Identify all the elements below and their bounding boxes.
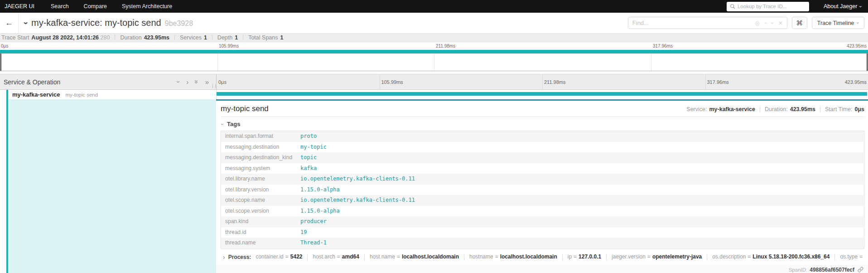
app-brand[interactable]: JAEGER UI bbox=[5, 3, 34, 10]
tag-row: messaging.destinationmy-topic bbox=[221, 142, 864, 153]
divider bbox=[212, 35, 212, 40]
divider bbox=[243, 35, 243, 40]
equals-sign: = bbox=[574, 253, 577, 260]
timeline-tick-label: 423.95ms bbox=[845, 79, 867, 85]
trace-start-label: Trace Start bbox=[1, 34, 29, 41]
keyboard-shortcuts-button[interactable]: ⌘ bbox=[792, 17, 807, 29]
find-box[interactable]: ◎ › › ✕ bbox=[628, 17, 787, 29]
scrubber-left-handle[interactable] bbox=[0, 54, 1, 71]
divider bbox=[562, 254, 563, 260]
process-tag-value: 5422 bbox=[290, 253, 303, 260]
tag-value: my-topic bbox=[296, 142, 864, 153]
trace-start-value: August 28 2022, 14:01:26 bbox=[31, 34, 99, 41]
previous-match-icon[interactable]: › bbox=[763, 22, 768, 24]
column-resize-grip[interactable] bbox=[212, 84, 216, 88]
gridline bbox=[434, 54, 434, 71]
double-chevron-down-icon[interactable]: » bbox=[193, 80, 200, 83]
tag-value: proto bbox=[296, 131, 864, 142]
span-name-cell[interactable]: my-kafka-service my-topic send bbox=[0, 90, 216, 99]
divider bbox=[115, 35, 115, 40]
about-jaeger-menu[interactable]: About Jaeger › bbox=[824, 3, 862, 10]
span-duration-bar[interactable] bbox=[217, 92, 867, 96]
duration-value: 423.95ms bbox=[790, 106, 815, 112]
selected-span-left-column bbox=[0, 99, 216, 273]
trace-view-dropdown[interactable]: Trace Timeline › bbox=[812, 17, 864, 29]
tag-key: otel.library.name bbox=[221, 174, 297, 185]
timeline-header-row: Service & Operation › › » » 0μs105.99ms2… bbox=[0, 74, 868, 90]
divider bbox=[820, 107, 820, 112]
find-input[interactable] bbox=[632, 20, 755, 26]
tag-value: 19 bbox=[296, 227, 864, 238]
equals-sign: = bbox=[647, 253, 651, 260]
start-time-value: 0μs bbox=[854, 106, 864, 112]
total-spans-label: Total Spans bbox=[248, 34, 278, 41]
divider bbox=[174, 35, 175, 40]
process-tag-key: jaeger.version bbox=[612, 253, 646, 260]
back-button[interactable]: ← bbox=[0, 13, 19, 33]
trace-start-millis: .280 bbox=[99, 34, 110, 41]
timeline-tick-label: 317.96ms bbox=[653, 44, 673, 49]
find-icons: ◎ › › ✕ bbox=[755, 20, 783, 26]
trace-minimap: 0μs105.99ms211.98ms317.96ms423.95ms bbox=[0, 42, 868, 74]
nav-right: About Jaeger › bbox=[727, 2, 862, 11]
span-detail-header: my-topic send Service: my-kafka-service … bbox=[221, 104, 864, 113]
double-chevron-right-icon[interactable]: » bbox=[205, 78, 209, 85]
timeline-tick-label: 105.99ms bbox=[219, 44, 239, 49]
equals-sign: = bbox=[859, 253, 863, 260]
span-service-name: my-kafka-service bbox=[12, 91, 60, 98]
tag-key: thread.id bbox=[221, 227, 297, 238]
process-section-toggle[interactable]: › Process: container.id=5422host.arch=am… bbox=[221, 253, 864, 261]
tag-value: 1.15.0-alpha bbox=[296, 206, 864, 217]
tag-row: messaging.destination_kindtopic bbox=[221, 152, 864, 163]
start-time-label: Start Time: bbox=[825, 106, 852, 112]
tags-table: internal.span.formatprotomessaging.desti… bbox=[221, 131, 864, 249]
tag-key: thread.name bbox=[221, 238, 297, 249]
span-row[interactable]: my-kafka-service my-topic send bbox=[0, 90, 868, 99]
trace-title[interactable]: my-kafka-service: my-topic send9be3928 bbox=[31, 18, 193, 28]
clear-find-icon[interactable]: ✕ bbox=[778, 20, 783, 26]
tag-value: producer bbox=[296, 216, 864, 227]
span-operation-name: my-topic send bbox=[66, 92, 98, 98]
scrubber-right-handle[interactable] bbox=[867, 54, 868, 71]
minimap-viewport-scrubber[interactable] bbox=[0, 53, 868, 71]
process-tag-value: Linux 5.18.18-200.fc36.x86_64 bbox=[752, 253, 829, 260]
process-label: Process: bbox=[228, 254, 251, 260]
about-jaeger-label: About Jaeger bbox=[824, 3, 857, 10]
nav-item-search[interactable]: Search bbox=[51, 3, 69, 10]
process-tag-key: container.id bbox=[256, 253, 283, 260]
search-icon bbox=[730, 4, 735, 9]
process-tag-key: ip bbox=[568, 253, 572, 260]
deep-link-icon[interactable] bbox=[858, 267, 863, 273]
span-detail-panel: my-topic send Service: my-kafka-service … bbox=[216, 99, 868, 273]
next-match-icon[interactable]: › bbox=[770, 22, 775, 24]
chevron-down-icon[interactable]: › bbox=[175, 81, 182, 83]
equals-sign: = bbox=[397, 253, 400, 260]
trace-id-input[interactable] bbox=[738, 4, 806, 9]
gridline bbox=[651, 54, 651, 71]
chevron-right-icon: › bbox=[223, 253, 225, 261]
span-id-label: SpanID: bbox=[789, 267, 808, 273]
chevron-down-icon: › bbox=[858, 5, 863, 7]
timeline-tick-label: 0μs bbox=[218, 79, 227, 85]
equals-sign: = bbox=[495, 253, 498, 260]
trace-id-short: 9be3928 bbox=[165, 20, 193, 27]
tag-key: messaging.destination_kind bbox=[221, 152, 297, 163]
tag-key: messaging.system bbox=[221, 163, 297, 174]
equals-sign: = bbox=[285, 253, 289, 260]
timeline-tick-label: 211.98ms bbox=[436, 44, 455, 49]
tag-row: otel.library.nameio.opentelemetry.kafka-… bbox=[221, 174, 864, 185]
expand-collapse-controls: › › » » bbox=[178, 78, 216, 85]
gridline bbox=[705, 74, 706, 89]
service-label: Service: bbox=[686, 106, 707, 112]
nav-item-system-architecture[interactable]: System Architecture bbox=[122, 3, 172, 10]
jaeger-app: JAEGER UI Search Compare System Architec… bbox=[0, 0, 868, 273]
nav-item-compare[interactable]: Compare bbox=[84, 3, 107, 10]
collapse-trace-chevron-icon[interactable]: › bbox=[22, 22, 30, 24]
trace-id-lookup-box[interactable] bbox=[727, 2, 809, 11]
trace-view-label: Trace Timeline bbox=[817, 20, 854, 26]
process-tag-key: host.name bbox=[370, 253, 395, 260]
tag-row: span.kindproducer bbox=[221, 216, 864, 227]
chevron-right-icon[interactable]: › bbox=[186, 78, 188, 85]
focus-match-icon[interactable]: ◎ bbox=[755, 20, 759, 26]
tags-section-toggle[interactable]: › Tags bbox=[222, 121, 864, 127]
